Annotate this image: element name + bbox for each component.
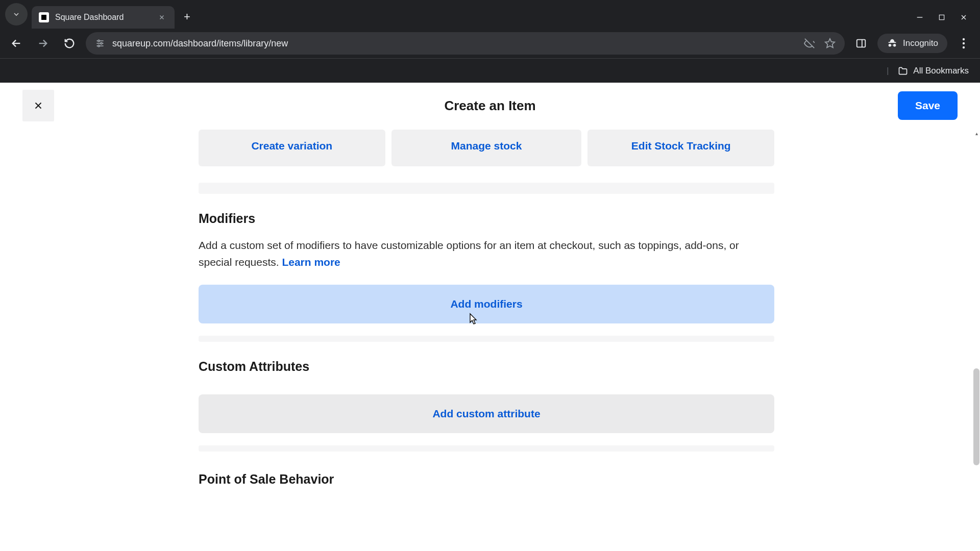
custom-attributes-heading: Custom Attributes [199,359,774,374]
section-divider [199,183,774,194]
back-button[interactable] [6,33,27,54]
page-header: Create an Item Save [0,83,980,129]
page-body-scroll[interactable]: Create variation Manage stock Edit Stock… [0,129,973,551]
site-settings-icon[interactable] [95,38,105,48]
section-divider [199,445,774,452]
variation-actions-row: Create variation Manage stock Edit Stock… [199,130,774,166]
chevron-down-icon [12,10,20,18]
svg-point-19 [963,42,965,44]
maximize-icon[interactable] [938,14,945,21]
svg-rect-3 [939,15,944,19]
page-title: Create an Item [444,98,535,114]
incognito-label: Incognito [903,38,938,48]
page-content: Create an Item Save Create variation Man… [0,83,980,551]
manage-stock-button[interactable]: Manage stock [391,130,582,166]
svg-point-12 [101,42,102,44]
browser-menu-icon[interactable] [953,33,974,54]
all-bookmarks-label: All Bookmarks [913,66,969,76]
forward-button[interactable] [33,33,53,54]
folder-icon [898,66,908,76]
new-tab-button[interactable]: + [175,5,200,29]
close-tab-icon[interactable] [156,12,167,23]
modifiers-description-text: Add a custom set of modifiers to have cu… [199,239,739,268]
svg-point-20 [963,46,965,48]
section-divider [199,336,774,342]
vertical-scrollbar[interactable]: ▴ [973,129,980,551]
tab-title: Square Dashboard [55,13,156,22]
modifiers-heading: Modifiers [199,211,774,226]
learn-more-link[interactable]: Learn more [282,256,340,268]
create-variation-button[interactable]: Create variation [199,130,385,166]
add-modifiers-label: Add modifiers [450,298,522,310]
scrollbar-thumb[interactable] [973,368,979,465]
minimize-icon[interactable] [916,13,924,21]
svg-point-13 [98,45,100,46]
side-panel-icon[interactable] [851,33,871,54]
incognito-badge[interactable]: Incognito [877,34,947,53]
tab-search-dropdown[interactable] [5,3,28,26]
cursor-icon [466,312,478,327]
window-controls [916,6,980,29]
scroll-up-icon[interactable]: ▴ [973,129,980,138]
save-button[interactable]: Save [898,91,958,120]
tab-strip: Square Dashboard + [0,0,980,29]
svg-point-18 [963,38,965,40]
close-modal-button[interactable] [22,90,54,121]
svg-point-11 [98,40,100,41]
close-icon [33,100,44,111]
square-favicon [39,12,49,22]
eye-off-icon[interactable] [804,38,815,49]
modifiers-description: Add a custom set of modifiers to have cu… [199,237,765,270]
add-custom-attribute-button[interactable]: Add custom attribute [199,394,774,433]
svg-marker-15 [825,39,835,47]
reload-button[interactable] [59,33,80,54]
edit-stock-tracking-button[interactable]: Edit Stock Tracking [587,130,774,166]
address-bar[interactable]: squareup.com/dashboard/items/library/new [86,32,845,55]
all-bookmarks-button[interactable]: All Bookmarks [898,66,969,76]
browser-toolbar: squareup.com/dashboard/items/library/new… [0,29,980,58]
bookmark-star-icon[interactable] [824,38,836,49]
bookmarks-bar: | All Bookmarks [0,58,980,83]
pos-behavior-heading: Point of Sale Behavior [199,472,774,487]
browser-chrome: Square Dashboard + [0,0,980,83]
browser-tab[interactable]: Square Dashboard [32,6,175,29]
close-window-icon[interactable] [960,13,968,21]
url-text: squareup.com/dashboard/items/library/new [112,38,797,49]
add-modifiers-button[interactable]: Add modifiers [199,285,774,323]
svg-rect-16 [857,40,866,47]
incognito-icon [887,38,898,49]
